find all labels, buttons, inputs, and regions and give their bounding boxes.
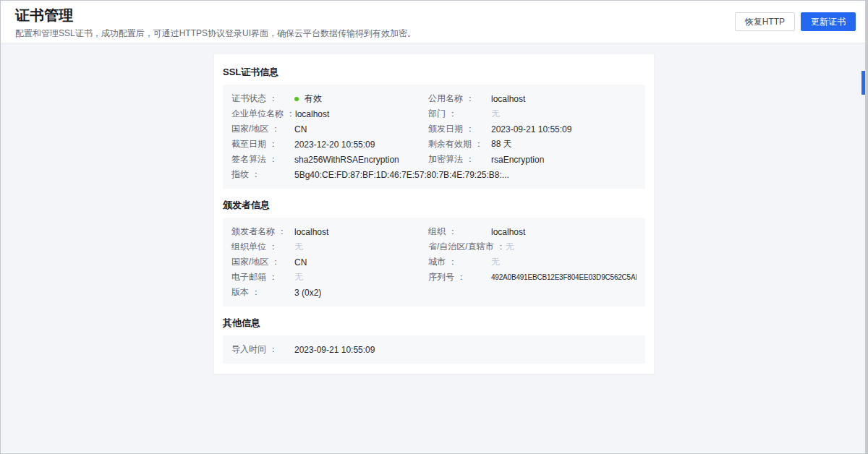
section-issuer-info: 颁发者信息 颁发者名称： localhost 组织： localhost 组织单…	[223, 199, 645, 307]
field-value: localhost	[294, 227, 328, 237]
field-value: 88 天	[491, 138, 512, 150]
field-value: 有效	[305, 93, 322, 105]
colon: ：	[497, 241, 506, 253]
colon: ：	[252, 286, 260, 299]
colon: ：	[271, 123, 280, 135]
colon: ：	[269, 138, 278, 150]
field-city: 城市： 无	[428, 254, 637, 270]
content-area: SSL证书信息 证书状态： 有效 公用名称： localhost 企业单位名称：…	[1, 43, 867, 453]
field-value: sha256WithRSAEncryption	[294, 155, 399, 165]
field-remaining-validity: 剩余有效期： 88 天	[428, 137, 637, 152]
field-email: 电子邮箱： 无	[231, 270, 428, 285]
field-label: 企业单位名称	[231, 108, 284, 120]
colon: ：	[269, 153, 278, 166]
scrollbar-thumb[interactable]	[861, 71, 865, 95]
field-value: localhost	[295, 109, 329, 119]
field-label: 组织单位	[231, 241, 266, 253]
colon: ：	[466, 153, 475, 166]
field-value: 2023-09-21 10:55:09	[294, 345, 375, 355]
section-ssl-info: SSL证书信息 证书状态： 有效 公用名称： localhost 企业单位名称：…	[223, 66, 645, 189]
field-import-time: 导入时间： 2023-09-21 10:55:09	[231, 342, 428, 357]
field-value: localhost	[491, 94, 525, 104]
colon: ：	[269, 271, 278, 283]
field-department: 部门： 无	[428, 106, 637, 121]
field-value: 5Bg40:CE:FD:87:BF:1D:46:7E:57:80:7B:4E:7…	[294, 170, 509, 180]
section-other-info: 其他信息 导入时间： 2023-09-21 10:55:09	[223, 317, 645, 364]
field-issue-date: 颁发日期： 2023-09-21 10:55:09	[428, 121, 637, 137]
field-value: 3 (0x2)	[294, 288, 321, 298]
field-label: 证书状态	[231, 93, 266, 105]
field-value: 无	[506, 241, 514, 253]
field-value: 无	[294, 241, 303, 253]
field-version: 版本： 3 (0x2)	[231, 285, 428, 300]
field-label: 截至日期	[231, 138, 266, 150]
field-org-unit: 组织单位： 无	[231, 239, 428, 254]
field-country-region: 国家/地区： CN	[231, 254, 428, 270]
field-label: 剩余有效期	[428, 138, 472, 150]
field-fingerprint: 指纹： 5Bg40:CE:FD:87:BF:1D:46:7E:57:80:7B:…	[231, 167, 428, 182]
field-value: 无	[294, 271, 303, 283]
field-signature-algorithm: 签名算法： sha256WithRSAEncryption	[231, 152, 428, 167]
field-label: 公用名称	[428, 93, 463, 105]
field-expiry-date: 截至日期： 2023-12-20 10:55:09	[231, 137, 428, 152]
certificate-management-page: 证书管理 配置和管理SSL证书，成功配置后，可通过HTTPS协议登录UI界面，确…	[0, 0, 868, 454]
field-encryption-algorithm: 加密算法： rsaEncryption	[428, 152, 637, 167]
field-label: 组织	[428, 226, 446, 238]
colon: ：	[269, 343, 278, 356]
section-title-ssl: SSL证书信息	[223, 66, 645, 79]
field-value: 无	[491, 108, 500, 120]
field-country-region: 国家/地区： CN	[231, 121, 428, 137]
other-info-panel: 导入时间： 2023-09-21 10:55:09	[223, 335, 645, 364]
colon: ：	[475, 138, 483, 150]
valid-status-dot-icon	[294, 97, 299, 101]
field-serial-number: 序列号： 492A0B491EBCB12E3F804EE03D9C562C5AF…	[428, 270, 637, 285]
field-label: 城市	[428, 256, 446, 268]
field-value: localhost	[491, 227, 525, 237]
field-label: 签名算法	[231, 153, 266, 166]
ssl-info-panel: 证书状态： 有效 公用名称： localhost 企业单位名称： localho…	[223, 85, 645, 189]
field-label: 颁发日期	[428, 123, 463, 135]
field-value: CN	[294, 124, 307, 134]
colon: ：	[448, 256, 457, 268]
field-province: 省/自治区/直辖市： 无	[428, 239, 637, 254]
colon: ：	[269, 93, 278, 105]
update-certificate-button[interactable]: 更新证书	[801, 12, 856, 31]
field-organization: 组织： localhost	[428, 224, 637, 239]
field-label: 导入时间	[231, 343, 266, 356]
field-enterprise-name: 企业单位名称： localhost	[231, 106, 428, 121]
field-label: 指纹	[231, 168, 249, 181]
field-label: 省/自治区/直辖市	[428, 241, 494, 253]
field-value: 492A0B491EBCB12E3F804EE03D9C562C5AF828FB	[491, 273, 637, 281]
field-label: 版本	[231, 286, 249, 299]
field-cert-status: 证书状态： 有效	[231, 91, 428, 106]
section-title-issuer: 颁发者信息	[223, 199, 645, 212]
field-value: 2023-09-21 10:55:09	[491, 124, 571, 134]
field-label: 颁发者名称	[231, 226, 275, 238]
colon: ：	[278, 226, 286, 238]
section-title-other: 其他信息	[223, 317, 645, 330]
field-label: 国家/地区	[231, 256, 268, 268]
field-value: 无	[491, 256, 500, 268]
colon: ：	[252, 168, 260, 181]
colon: ：	[271, 256, 280, 268]
certificate-card: SSL证书信息 证书状态： 有效 公用名称： localhost 企业单位名称：…	[214, 54, 654, 374]
header-text: 证书管理 配置和管理SSL证书，成功配置后，可通过HTTPS协议登录UI界面，确…	[15, 6, 416, 38]
field-value: rsaEncryption	[491, 155, 544, 165]
colon: ：	[448, 226, 457, 238]
colon: ：	[457, 271, 466, 283]
colon: ：	[466, 123, 475, 135]
field-label: 国家/地区	[231, 123, 268, 135]
field-common-name: 公用名称： localhost	[428, 91, 637, 106]
page-header: 证书管理 配置和管理SSL证书，成功配置后，可通过HTTPS协议登录UI界面，确…	[1, 1, 867, 43]
field-label: 序列号	[428, 271, 454, 283]
field-value: 2023-12-20 10:55:09	[294, 140, 375, 150]
page-title: 证书管理	[15, 6, 416, 25]
colon: ：	[448, 108, 457, 120]
restore-http-button[interactable]: 恢复HTTP	[735, 12, 795, 31]
colon: ：	[466, 93, 475, 105]
field-label: 加密算法	[428, 153, 463, 166]
field-label: 电子邮箱	[231, 271, 266, 283]
colon: ：	[269, 241, 278, 253]
issuer-info-panel: 颁发者名称： localhost 组织： localhost 组织单位： 无 省…	[223, 218, 645, 307]
field-label: 部门	[428, 108, 446, 120]
